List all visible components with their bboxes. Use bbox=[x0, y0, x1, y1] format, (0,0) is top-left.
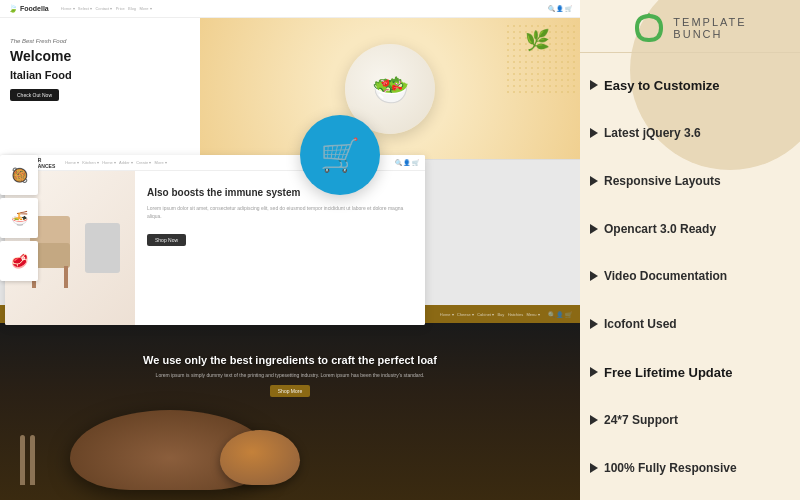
nav-icons: 🔍 👤 🛒 bbox=[548, 5, 572, 12]
side-item-img-1: 🥘 bbox=[0, 155, 38, 195]
site-top-image: 🌿 🥗 bbox=[200, 18, 580, 160]
nav-links: Home ▾ Select ▾ Contact ▾ Price Blog Mor… bbox=[61, 6, 152, 11]
site-top-nav: 🍃 Foodella Home ▾ Select ▾ Contact ▾ Pri… bbox=[0, 0, 580, 18]
brand-header: template BUNCH bbox=[580, 0, 800, 53]
cart-overlay: 🛒 bbox=[300, 115, 380, 195]
boost-body: Lorem ipsum dolor sit amet, consectetur … bbox=[147, 205, 413, 220]
cart-circle: 🛒 bbox=[300, 115, 380, 195]
italian-cta-button[interactable]: Check Out Now bbox=[10, 89, 59, 101]
feature-arrow-icon-7 bbox=[590, 415, 598, 425]
brand-name-line2: BUNCH bbox=[673, 28, 746, 40]
amber-nav-icons: 🔍 👤 🛒 bbox=[395, 159, 419, 166]
feature-item-4: Video Documentation bbox=[590, 266, 790, 286]
utensil-2 bbox=[30, 435, 35, 485]
feature-item-1: Latest jQuery 3.6 bbox=[590, 123, 790, 143]
right-panel: template BUNCH Easy to Customize Latest … bbox=[580, 0, 800, 500]
chair-leg-right bbox=[64, 266, 68, 288]
bakery-nav-icons: 🔍 👤 🛒 bbox=[548, 311, 572, 318]
feature-item-2: Responsive Layouts bbox=[590, 171, 790, 191]
bakery-headline: We use only the best ingredients to craf… bbox=[0, 353, 580, 367]
feature-text-2: Responsive Layouts bbox=[604, 174, 721, 188]
feature-text-1: Latest jQuery 3.6 bbox=[604, 126, 701, 140]
feature-text-8: 100% Fully Responsive bbox=[604, 461, 737, 475]
logo-leaf-icon: 🍃 bbox=[8, 4, 18, 13]
left-panel: 🍃 Foodella Home ▾ Select ▾ Contact ▾ Pri… bbox=[0, 0, 580, 500]
side-items-list: 🥘 🍜 🥩 bbox=[0, 155, 40, 325]
brand-name-line1: template bbox=[673, 16, 746, 28]
side-item-3: 🥩 bbox=[0, 241, 38, 281]
bakery-text-block: We use only the best ingredients to craf… bbox=[0, 353, 580, 397]
brand-name: template BUNCH bbox=[673, 16, 746, 40]
feature-arrow-icon-4 bbox=[590, 271, 598, 281]
tb-logo bbox=[633, 12, 665, 44]
side-item-img-3: 🥩 bbox=[0, 241, 38, 281]
site-bottom-hero: We use only the best ingredients to craf… bbox=[0, 323, 580, 500]
italian-food-subtitle: Italian Food bbox=[10, 69, 190, 81]
amber-nav-links: Home ▾ Kitchen ▾ Home ▾ Adder ▾ Create ▾… bbox=[65, 160, 167, 165]
feature-item-3: Opencart 3.0 Ready bbox=[590, 219, 790, 239]
feature-arrow-icon-2 bbox=[590, 176, 598, 186]
feature-item-0: Easy to Customize bbox=[590, 75, 790, 96]
bakery-subtext: Lorem ipsum is simply dummy text of the … bbox=[0, 372, 580, 379]
site-italian-food: 🍃 Foodella Home ▾ Select ▾ Contact ▾ Pri… bbox=[0, 0, 580, 160]
leaf-deco-icon: 🌿 bbox=[525, 29, 550, 51]
feature-arrow-icon-1 bbox=[590, 128, 598, 138]
cart-icon: 🛒 bbox=[320, 136, 360, 174]
amber-cta-button[interactable]: Shop Now bbox=[147, 234, 186, 246]
tagline: The Best Fresh Food bbox=[10, 38, 190, 44]
feature-text-4: Video Documentation bbox=[604, 269, 727, 283]
side-item-2: 🍜 bbox=[0, 198, 38, 238]
right-panel-content: template BUNCH Easy to Customize Latest … bbox=[580, 0, 800, 500]
feature-text-0: Easy to Customize bbox=[604, 78, 720, 93]
site-top-hero: The Best Fresh Food Welcome Italian Food… bbox=[0, 18, 580, 160]
feature-text-5: Icofont Used bbox=[604, 317, 677, 331]
food-emoji: 🥗 bbox=[372, 72, 409, 107]
side-item-img-2: 🍜 bbox=[0, 198, 38, 238]
side-item-1: 🥘 bbox=[0, 155, 38, 195]
bakery-nav-links: Home ▾ Cheese ▾ Cabinet ▾ Buy Hatchies M… bbox=[440, 312, 540, 317]
bread-roll bbox=[220, 430, 300, 485]
feature-text-3: Opencart 3.0 Ready bbox=[604, 222, 716, 236]
bakery-cta-button[interactable]: Shop More bbox=[270, 385, 310, 397]
feature-item-8: 100% Fully Responsive bbox=[590, 458, 790, 478]
feature-arrow-icon-3 bbox=[590, 224, 598, 234]
utensil-1 bbox=[20, 435, 25, 485]
site-top-text: The Best Fresh Food Welcome Italian Food… bbox=[0, 18, 200, 160]
appliance-shape bbox=[85, 223, 120, 273]
utensils bbox=[20, 435, 35, 485]
tb-logo-svg bbox=[633, 12, 665, 44]
site-ground-bakery: 🥐 Ground Bakery World's fastest Online S… bbox=[0, 305, 580, 500]
food-decoration: 🌿 bbox=[525, 28, 550, 52]
welcome-headline: Welcome bbox=[10, 48, 190, 65]
website-collage: 🍃 Foodella Home ▾ Select ▾ Contact ▾ Pri… bbox=[0, 0, 580, 500]
feature-arrow-icon-6 bbox=[590, 367, 598, 377]
foodella-logo: 🍃 Foodella bbox=[8, 4, 49, 13]
feature-item-6: Free Lifetime Update bbox=[590, 362, 790, 383]
feature-text-6: Free Lifetime Update bbox=[604, 365, 733, 380]
feature-item-7: 24*7 Support bbox=[590, 410, 790, 430]
feature-arrow-icon-8 bbox=[590, 463, 598, 473]
feature-item-5: Icofont Used bbox=[590, 314, 790, 334]
bread-shapes bbox=[30, 380, 330, 500]
feature-arrow-icon-0 bbox=[590, 80, 598, 90]
feature-text-7: 24*7 Support bbox=[604, 413, 678, 427]
features-list: Easy to Customize Latest jQuery 3.6 Resp… bbox=[580, 53, 800, 500]
site-middle-content: Also boosts the immune system Lorem ipsu… bbox=[135, 171, 425, 325]
feature-arrow-icon-5 bbox=[590, 319, 598, 329]
